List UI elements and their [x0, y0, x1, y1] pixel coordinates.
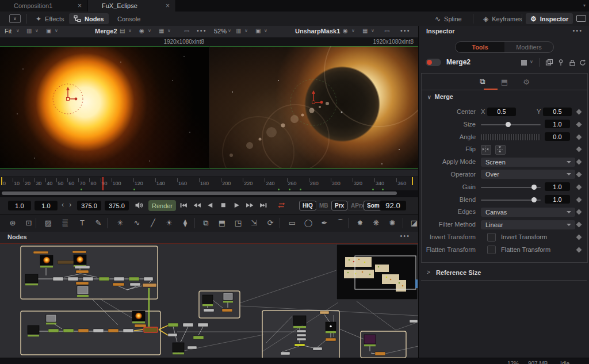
ellipse-mask-tool[interactable]: ◯ [303, 218, 314, 228]
node-tile[interactable] [204, 309, 214, 312]
flip-horizontal-button[interactable] [481, 145, 491, 155]
particle-render-tool[interactable]: ✺ [387, 218, 398, 228]
left-viewer-channel-chip-1[interactable]: ▣ [46, 28, 51, 34]
keyframe-diamond[interactable] [576, 134, 582, 140]
node-tile[interactable] [326, 338, 336, 341]
background-tool[interactable]: ▨ [43, 218, 54, 228]
merge-section-header[interactable]: ∨Merge [427, 93, 453, 100]
center-y-field[interactable]: 0.5 [543, 108, 572, 116]
node-tile[interactable] [53, 277, 63, 281]
node-tile[interactable] [168, 323, 178, 327]
node-tile[interactable] [143, 283, 156, 287]
node-tile[interactable] [326, 322, 336, 333]
left-viewer-tail-chip-1[interactable]: ▣ [255, 28, 261, 34]
keyframe-diamond[interactable] [576, 247, 582, 252]
node-tile[interactable] [135, 324, 146, 327]
node-tile[interactable] [48, 329, 59, 332]
spline-button[interactable]: ∿ Spline [430, 13, 466, 24]
thumbwheel[interactable] [481, 134, 541, 140]
fast-forward-button[interactable] [246, 201, 254, 209]
inspector-tab-modifiers[interactable]: Modifiers [504, 42, 553, 52]
left-viewer[interactable]: 1920x1080xint8 [0, 37, 209, 170]
playhead[interactable] [102, 177, 104, 191]
console-button[interactable]: Console [113, 13, 145, 24]
right-viewer-image[interactable] [209, 46, 418, 169]
chevron-down-icon[interactable]: ∨ [264, 28, 267, 33]
node-tile[interactable] [130, 283, 140, 286]
stop-button[interactable] [219, 201, 228, 209]
node-tile[interactable] [33, 251, 48, 254]
settings-page-tab[interactable]: ⚙ [520, 78, 533, 86]
node-tile[interactable] [188, 346, 197, 349]
flip-vertical-button[interactable] [495, 145, 506, 155]
node-tile[interactable] [132, 311, 145, 323]
node-tile[interactable] [77, 286, 89, 297]
polygon-mask-tool[interactable]: ✒ [319, 218, 330, 228]
inspector-tab-tools[interactable]: Tools [456, 42, 504, 52]
center-x-field[interactable]: 0.5 [487, 108, 516, 116]
node-group[interactable] [21, 246, 158, 299]
node-enable-toggle[interactable] [426, 59, 441, 66]
node-tile[interactable] [108, 329, 118, 332]
node-tile[interactable] [68, 277, 78, 281]
audio-mute-button[interactable] [135, 201, 144, 209]
render-end-field[interactable]: 375.0 [77, 201, 101, 210]
operator-dropdown[interactable]: Over [481, 170, 575, 179]
color-corrector-tool[interactable]: ╱ [147, 218, 159, 228]
matte-control-tool[interactable]: ◳ [232, 218, 244, 228]
node-tile[interactable] [297, 338, 306, 340]
node-tile[interactable] [294, 344, 305, 346]
chevron-down-icon[interactable]: ∨ [167, 28, 171, 33]
invert-transform-checkbox[interactable] [487, 233, 496, 242]
left-viewer-option-chip-0[interactable]: ▤ [120, 28, 125, 34]
node-tile[interactable] [364, 335, 376, 346]
keyframe-diamond[interactable] [576, 159, 582, 165]
chevron-down-icon[interactable]: ∨ [351, 28, 355, 33]
keyframe-diamond[interactable] [576, 121, 582, 127]
fast-rewind-button[interactable] [193, 201, 201, 209]
pin-icon[interactable] [557, 59, 565, 67]
tab-close-icon[interactable]: × [166, 3, 170, 9]
node-tile[interactable] [74, 255, 86, 267]
node-tile[interactable] [123, 329, 133, 332]
node-tile[interactable] [78, 329, 89, 332]
right-viewer-option-chip-2[interactable]: ▦ [362, 28, 368, 34]
composition-tab[interactable]: FuX_Eclipse× [88, 0, 176, 12]
lock-icon[interactable] [568, 59, 576, 67]
transform-page-tab[interactable]: ⧉ [476, 77, 489, 86]
apply-mode-dropdown[interactable]: Screen [481, 158, 575, 167]
keyframe-diamond[interactable] [576, 147, 582, 152]
slider-thumb[interactable] [531, 197, 537, 202]
node-color-swatch[interactable] [521, 60, 527, 66]
node-tile[interactable] [75, 266, 90, 269]
jump-to-last-frame-button[interactable] [259, 201, 267, 209]
blend-value-field[interactable]: 1.0 [545, 195, 570, 204]
node-tile[interactable] [28, 325, 39, 336]
fast-noise-tool[interactable]: ▒ [59, 218, 71, 228]
left-viewer-channel-chip-0[interactable]: ▥ [26, 28, 32, 34]
timeline-scrollbar[interactable] [0, 190, 418, 197]
node-tile[interactable] [40, 255, 53, 267]
inspector-button[interactable]: ⚙ Inspector [526, 13, 573, 24]
effects-button[interactable]: ✦ Effects [31, 13, 69, 24]
node-tile[interactable] [410, 320, 418, 323]
chevron-down-icon[interactable]: ∨ [16, 28, 20, 33]
reset-icon[interactable] [579, 59, 587, 67]
right-viewer-menu-dots[interactable]: ••• [400, 27, 411, 34]
flatten-transform-checkbox[interactable] [487, 246, 496, 254]
composition-tab[interactable]: Composition1× [0, 0, 88, 12]
play-reverse-button[interactable] [206, 201, 215, 209]
node-tile[interactable] [99, 277, 109, 281]
chevron-down-icon[interactable]: ∨ [332, 28, 335, 33]
gain-value-field[interactable]: 1.0 [545, 182, 570, 191]
render-start-field[interactable]: 1.0 [35, 201, 58, 210]
node-graph[interactable] [0, 243, 418, 358]
keyframes-button[interactable]: ◈ Keyframes [479, 13, 527, 24]
keyframe-diamond[interactable] [576, 109, 582, 115]
node-tile[interactable] [375, 352, 385, 355]
keyframe-diamond[interactable] [576, 184, 582, 190]
chevron-down-icon[interactable]: ∨ [228, 28, 231, 33]
chevron-down-icon[interactable]: ∨ [35, 28, 39, 33]
resize-tool[interactable]: ⇲ [248, 218, 260, 228]
current-frame-field[interactable]: 92.0 [380, 201, 406, 210]
